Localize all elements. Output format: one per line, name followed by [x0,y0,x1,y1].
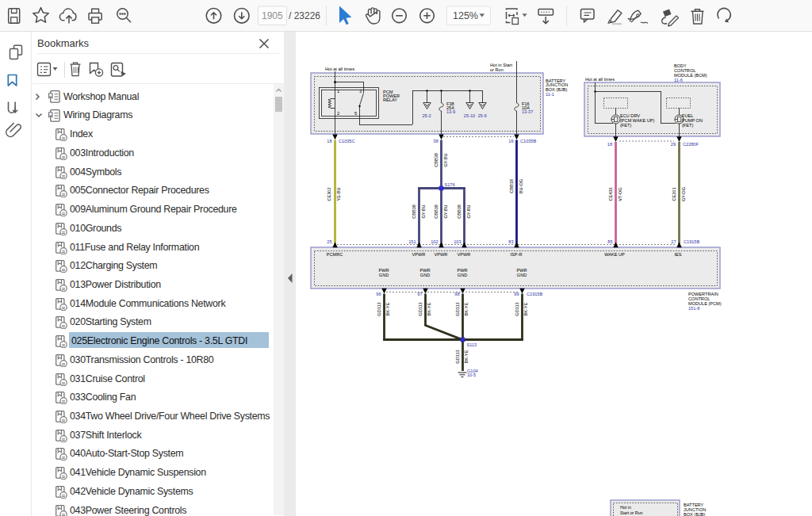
svg-text:BK-YE: BK-YE [464,350,469,363]
svg-text:GND: GND [458,273,467,277]
svg-text:GD113: GD113 [377,302,381,315]
svg-text:PCMRC: PCMRC [327,252,343,257]
svg-text:GND: GND [379,273,389,277]
svg-text:18: 18 [607,142,612,147]
svg-text:BK-YE: BK-YE [427,302,431,315]
svg-text:CBB18: CBB18 [509,179,514,193]
svg-text:GY-BU: GY-BU [443,153,448,166]
svg-text:BK-YE: BK-YE [385,302,390,315]
svg-text:C1035C: C1035C [339,139,355,143]
svg-text:25-9: 25-9 [477,113,486,118]
svg-text:BU-OG: BU-OG [519,179,523,193]
svg-text:18: 18 [327,139,331,143]
svg-text:25: 25 [327,239,331,244]
svg-text:CBB38: CBB38 [434,204,439,219]
svg-text:98: 98 [454,292,459,296]
svg-text:WAKE UP: WAKE UP [604,252,625,257]
svg-text:C2280F: C2280F [683,142,699,147]
svg-text:CBB38: CBB38 [412,204,416,219]
svg-text:151: 151 [408,239,416,244]
svg-text:13-9: 13-9 [446,109,455,114]
svg-text:ISP-R: ISP-R [511,252,523,257]
svg-text:29: 29 [671,142,676,147]
svg-text:97: 97 [417,292,422,296]
svg-text:GD113: GD113 [455,350,460,363]
svg-text:/ 23226: / 23226 [289,10,320,21]
svg-text:GY-BU: GY-BU [466,204,471,218]
svg-text:C1915B: C1915B [527,292,542,296]
svg-text:GY-BU: GY-BU [443,204,448,218]
svg-text:13-37: 13-37 [522,109,533,114]
svg-text:GD113: GD113 [515,302,519,315]
svg-text:YE-BU: YE-BU [336,187,341,201]
svg-text:BK-YE: BK-YE [464,302,469,315]
svg-text:11-6: 11-6 [674,78,683,82]
svg-text:103: 103 [454,239,461,244]
svg-text:VPWR: VPWR [412,252,426,257]
svg-text:Hot in: Hot in [620,505,631,510]
svg-text:VPWR: VPWR [435,252,448,257]
svg-text:1905: 1905 [262,10,283,21]
svg-text:S176: S176 [445,182,455,187]
svg-text:IES: IES [674,252,681,257]
svg-text:GND: GND [420,273,430,277]
svg-text:CE436: CE436 [608,187,613,201]
svg-text:GD113: GD113 [418,302,423,315]
svg-text:3: 3 [359,89,362,94]
svg-text:VPWR: VPWR [458,252,471,257]
svg-text:BK-YE: BK-YE [523,302,528,315]
svg-text:27: 27 [671,239,676,244]
svg-text:85: 85 [607,239,612,244]
svg-text:25-10: 25-10 [464,113,475,118]
svg-text:CE302: CE302 [327,187,331,201]
svg-text:CE261: CE261 [672,187,676,201]
svg-text:1: 1 [337,89,339,94]
svg-text:VT-OG: VT-OG [618,187,622,201]
svg-text:151-8: 151-8 [688,306,699,311]
svg-text:S113: S113 [467,342,477,347]
svg-text:RELAY: RELAY [383,97,397,102]
svg-text:125%: 125% [453,10,478,21]
svg-text:C1915B: C1915B [684,239,699,244]
svg-text:or Run: or Run [490,67,504,72]
svg-text:GD113: GD113 [455,302,460,315]
svg-text:99: 99 [514,292,519,296]
svg-text:16: 16 [508,139,513,143]
svg-text:(FET): (FET) [620,123,631,128]
svg-text:CBB38: CBB38 [457,204,462,219]
svg-text:CBB38: CBB38 [434,153,439,167]
svg-text:25-2: 25-2 [422,113,431,118]
svg-text:(FET): (FET) [682,123,693,128]
svg-text:10-5: 10-5 [467,373,476,377]
svg-text:Start or Run: Start or Run [620,510,643,515]
svg-text:Hot at all times: Hot at all times [585,77,615,82]
svg-text:102: 102 [431,239,438,244]
svg-text:96: 96 [376,292,381,296]
svg-text:C1035B: C1035B [520,139,536,143]
svg-text:GY-BU: GY-BU [421,204,426,218]
svg-text:2: 2 [337,111,339,116]
svg-text:BOX (BJB): BOX (BJB) [684,512,705,516]
svg-text:GND: GND [517,273,527,277]
svg-text:11-1: 11-1 [546,92,554,97]
svg-text:38: 38 [433,139,438,143]
svg-text:5: 5 [354,111,357,116]
svg-text:83: 83 [508,239,513,244]
svg-text:Hot at all times: Hot at all times [325,67,354,71]
svg-text:GY-OG: GY-OG [681,187,686,201]
